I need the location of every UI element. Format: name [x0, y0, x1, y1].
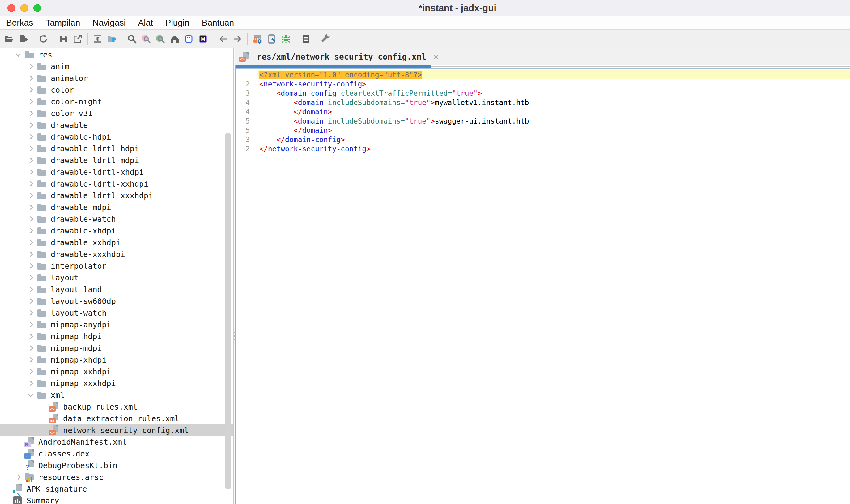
tab-network-security-config[interactable]: res/xml/network_security_config.xml ×	[239, 48, 439, 66]
tree-row[interactable]: color-night	[0, 96, 233, 107]
chevron-right-icon[interactable]	[25, 311, 36, 315]
preferences-button[interactable]	[319, 32, 333, 46]
chevron-right-icon[interactable]	[12, 475, 24, 479]
tree-row[interactable]: DebugProbesKt.bin	[0, 460, 233, 471]
tree-row[interactable]: interpolator	[0, 260, 233, 272]
chevron-right-icon[interactable]	[25, 240, 36, 244]
tree-row[interactable]: network_security_config.xml	[0, 424, 233, 436]
chevron-right-icon[interactable]	[25, 217, 36, 221]
tree-row[interactable]: xml	[0, 389, 233, 401]
chevron-right-icon[interactable]	[25, 170, 36, 174]
code-text[interactable]: </network-security-config>	[257, 144, 850, 154]
tree-row[interactable]: layout-watch	[0, 307, 233, 319]
code-text[interactable]: <domain includeSubdomains="true">mywalle…	[257, 98, 850, 107]
tree-row[interactable]: classes.dex	[0, 448, 233, 460]
tree-row[interactable]: mipmap-xhdpi	[0, 354, 233, 366]
tree-row[interactable]: layout-land	[0, 284, 233, 295]
debugger-button[interactable]	[279, 32, 293, 46]
tree-row[interactable]: drawable	[0, 119, 233, 131]
tree-row[interactable]: drawable-ldrtl-mdpi	[0, 155, 233, 166]
chevron-right-icon[interactable]	[25, 182, 36, 185]
chevron-right-icon[interactable]	[25, 205, 36, 209]
tree-row[interactable]: drawable-hdpi	[0, 131, 233, 143]
tree-row[interactable]: resources.arsc	[0, 471, 233, 483]
adb-device-button[interactable]	[264, 32, 279, 46]
tree-row[interactable]: mipmap-xxxhdpi	[0, 377, 233, 389]
save-all-button[interactable]	[56, 32, 70, 46]
chevron-down-icon[interactable]	[12, 53, 24, 56]
menu-navigasi[interactable]: Navigasi	[86, 18, 132, 28]
tree-row[interactable]: mipmap-anydpi	[0, 319, 233, 330]
code-text[interactable]: </domain>	[257, 107, 850, 116]
menu-tampilan[interactable]: Tampilan	[39, 18, 86, 28]
chevron-right-icon[interactable]	[25, 346, 36, 350]
code-text[interactable]: <domain-config cleartextTrafficPermitted…	[257, 89, 850, 98]
log-viewer-button[interactable]	[299, 32, 313, 46]
code-text[interactable]: </domain-config>	[257, 135, 850, 144]
tree-row[interactable]: Summary	[0, 495, 233, 504]
menu-alat[interactable]: Alat	[132, 18, 159, 28]
chevron-right-icon[interactable]	[25, 158, 36, 162]
tree-row[interactable]: drawable-ldrtl-xhdpi	[0, 166, 233, 178]
class-search-button[interactable]	[139, 32, 153, 46]
global-search-button[interactable]	[125, 32, 139, 46]
tree-row[interactable]: APK signature	[0, 483, 233, 495]
code-editor[interactable]: <?xml version="1.0" encoding="utf-8"?>2<…	[236, 69, 850, 154]
device-preview-button[interactable]	[182, 32, 196, 46]
tree-row[interactable]: drawable-ldrtl-xxhdpi	[0, 178, 233, 190]
chevron-right-icon[interactable]	[25, 252, 36, 256]
nav-back-button[interactable]	[216, 32, 230, 46]
tree-row[interactable]: mipmap-xxhdpi	[0, 366, 233, 377]
chevron-right-icon[interactable]	[25, 76, 36, 80]
chevron-right-icon[interactable]	[25, 358, 36, 362]
code-text[interactable]: </domain>	[257, 126, 850, 135]
chevron-right-icon[interactable]	[25, 147, 36, 150]
menu-berkas[interactable]: Berkas	[0, 18, 39, 28]
main-activity-button[interactable]	[168, 32, 182, 46]
tree-row[interactable]: drawable-xxhdpi	[0, 237, 233, 248]
chevron-right-icon[interactable]	[25, 381, 36, 385]
code-text[interactable]: <network-security-config>	[257, 79, 850, 89]
chevron-right-icon[interactable]	[25, 88, 36, 92]
tree-scrollbar-thumb[interactable]	[225, 133, 231, 489]
tree-row[interactable]: backup_rules.xml	[0, 401, 233, 413]
tree-row[interactable]: animator	[0, 72, 233, 84]
add-files-button[interactable]	[16, 32, 30, 46]
tree-row[interactable]: drawable-xxxhdpi	[0, 248, 233, 260]
tree-row[interactable]: res	[0, 49, 233, 60]
tree-row[interactable]: drawable-mdpi	[0, 201, 233, 213]
chevron-right-icon[interactable]	[25, 335, 36, 338]
chevron-down-icon[interactable]	[25, 394, 36, 396]
export-button[interactable]	[70, 32, 85, 46]
jadx-mascot-button[interactable]: M	[196, 32, 210, 46]
deobfuscation-button[interactable]	[250, 32, 264, 46]
tree-row[interactable]: color	[0, 84, 233, 96]
code-text[interactable]: <domain includeSubdomains="true">swagger…	[257, 116, 850, 126]
tree-row[interactable]: layout	[0, 272, 233, 284]
chevron-right-icon[interactable]	[25, 370, 36, 373]
tree-row[interactable]: AndroidManifest.xml	[0, 436, 233, 448]
chevron-right-icon[interactable]	[25, 194, 36, 197]
fit-width-button[interactable]	[90, 32, 105, 46]
chevron-right-icon[interactable]	[25, 323, 36, 326]
chevron-right-icon[interactable]	[25, 100, 36, 104]
nav-forward-button[interactable]	[230, 32, 244, 46]
chevron-right-icon[interactable]	[25, 276, 36, 280]
decode-resources-button[interactable]	[105, 32, 119, 46]
reload-button[interactable]	[36, 32, 50, 46]
open-file-button[interactable]	[2, 32, 16, 46]
tree-row[interactable]: drawable-xhdpi	[0, 225, 233, 237]
menu-plugin[interactable]: Plugin	[159, 18, 196, 28]
chevron-right-icon[interactable]	[25, 135, 36, 139]
chevron-right-icon[interactable]	[25, 123, 36, 127]
menu-bantuan[interactable]: Bantuan	[196, 18, 240, 28]
tree-row[interactable]: mipmap-hdpi	[0, 330, 233, 342]
chevron-right-icon[interactable]	[25, 229, 36, 233]
tree-row[interactable]: layout-sw600dp	[0, 295, 233, 307]
chevron-right-icon[interactable]	[25, 288, 36, 291]
chevron-right-icon[interactable]	[25, 65, 36, 68]
comment-search-button[interactable]	[153, 32, 168, 46]
tree-row[interactable]: mipmap-mdpi	[0, 342, 233, 354]
code-text[interactable]: <?xml version="1.0" encoding="utf-8"?>	[257, 70, 850, 79]
tab-close-icon[interactable]: ×	[433, 52, 439, 62]
